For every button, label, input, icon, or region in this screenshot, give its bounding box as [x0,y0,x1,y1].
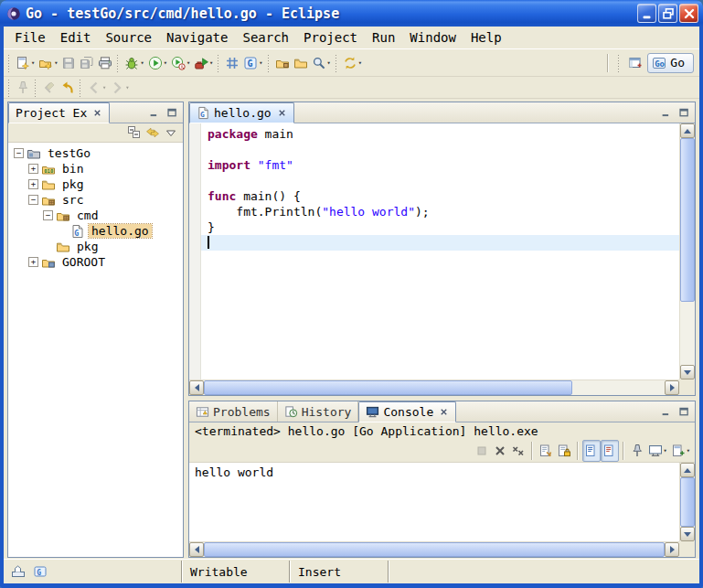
open-resource-button[interactable] [292,52,310,74]
editor-tab-close-icon[interactable] [277,108,287,118]
debug-button[interactable]: ▾ [122,52,145,74]
close-button[interactable] [679,4,698,23]
scrollbar-thumb[interactable] [204,380,572,395]
tab-close-icon[interactable] [439,407,449,417]
scroll-left-button[interactable] [189,542,204,557]
scrollbar-thumb[interactable] [680,477,695,527]
tree-item-testgo[interactable]: −testGo [8,145,183,161]
dropdown-arrow-icon[interactable]: ▾ [140,59,144,67]
expand-icon[interactable]: + [28,179,38,189]
code-editor[interactable]: package mainimport "fmt"func main() { fm… [189,123,679,380]
show-stderr-button[interactable] [601,440,619,462]
tree-item-bin[interactable]: +010bin [8,161,183,176]
dropdown-arrow-icon[interactable]: ▾ [259,59,262,67]
new-go-app-button[interactable] [223,52,241,74]
scroll-right-button[interactable] [665,380,679,395]
dropdown-arrow-icon[interactable]: ▾ [164,59,167,67]
dropdown-arrow-icon[interactable]: ▾ [31,59,35,67]
open-console-button[interactable]: ▾ [669,440,692,462]
tab-history[interactable]: History [278,401,359,422]
pin-console-button[interactable] [628,440,646,462]
scroll-right-button[interactable] [665,542,679,557]
tree-item-pkg[interactable]: +pkg [8,176,183,192]
scrollbar-thumb[interactable] [680,138,695,302]
open-perspective-button[interactable] [626,52,644,74]
run-last-button[interactable]: ▾ [169,52,192,74]
tree-item-pkg[interactable]: pkg [8,239,183,254]
menu-edit[interactable]: Edit [53,28,99,47]
collapse-icon[interactable]: − [43,210,53,220]
minimize-view-button[interactable] [146,105,164,121]
dropdown-arrow-icon[interactable]: ▾ [687,447,690,454]
synchronize-button[interactable]: ▾ [341,52,364,74]
dropdown-arrow-icon[interactable]: ▾ [327,59,331,67]
dropdown-arrow-icon[interactable]: ▾ [209,59,213,67]
menu-help[interactable]: Help [463,28,509,47]
show-stdout-button[interactable] [582,440,601,462]
code-content[interactable]: package mainimport "fmt"func main() { fm… [201,123,679,380]
display-console-button[interactable]: ▾ [646,440,669,462]
maximize-view-button[interactable] [164,105,181,121]
dropdown-arrow-icon[interactable]: ▾ [102,84,106,91]
search-button[interactable]: ▾ [310,52,333,74]
editor-horizontal-scrollbar[interactable] [189,380,679,395]
remove-launch-button[interactable] [491,440,509,462]
dropdown-arrow-icon[interactable]: ▾ [125,84,129,91]
minimize-console-button[interactable] [658,404,676,420]
minimize-button[interactable] [637,4,656,23]
maximize-editor-button[interactable] [676,105,693,121]
tree-item-cmd[interactable]: −cmd [8,208,183,223]
back-to-last-edit-button[interactable] [59,78,77,97]
open-package-button[interactable] [273,52,292,74]
link-with-editor-button[interactable] [144,123,162,142]
new-wizard-button[interactable]: ▾ [14,52,37,74]
tree-item-goroot[interactable]: +GOROOT [8,254,183,270]
tab-problems[interactable]: Problems [189,401,278,422]
new-go-element-button[interactable]: ▾ [37,52,59,74]
expand-icon[interactable]: + [28,164,38,174]
editor-tab-hello-go[interactable]: G hello.go [189,102,294,123]
restore-button[interactable] [658,4,677,23]
menu-navigate[interactable]: Navigate [159,28,235,47]
run-button[interactable]: ▾ [146,52,169,74]
dropdown-arrow-icon[interactable]: ▾ [664,447,667,454]
console-vertical-scrollbar[interactable] [679,463,695,541]
menu-project[interactable]: Project [296,28,365,47]
remove-all-terminated-button[interactable] [509,440,527,462]
go-element-button[interactable]: G▾ [241,52,264,74]
tree-item-hello-go[interactable]: Ghello.go [8,223,183,239]
dropdown-arrow-icon[interactable]: ▾ [54,59,58,67]
tab-console[interactable]: Console [358,401,456,422]
heap-button[interactable]: G [31,561,49,583]
menu-file[interactable]: File [7,28,53,47]
collapse-icon[interactable]: − [28,195,38,205]
menu-source[interactable]: Source [98,28,159,47]
explorer-tab-close-icon[interactable] [92,108,102,118]
editor-vertical-scrollbar[interactable] [679,123,695,380]
maximize-console-button[interactable] [676,404,693,420]
clear-console-button[interactable] [537,440,555,462]
collapse-icon[interactable]: − [14,148,24,158]
collapse-all-button[interactable] [125,123,144,142]
scroll-down-button[interactable] [680,527,695,541]
scroll-up-button[interactable] [680,123,695,138]
minimize-editor-button[interactable] [658,105,676,121]
title-bar[interactable]: Go - testGo/src/cmd/hello.go - Eclipse [0,0,703,27]
menu-window[interactable]: Window [402,28,463,47]
scroll-lock-button[interactable] [555,440,573,462]
tab-project-explorer[interactable]: Project Ex [8,102,110,123]
view-menu-button[interactable] [162,123,180,142]
console-horizontal-scrollbar[interactable] [189,541,679,557]
dropdown-arrow-icon[interactable]: ▾ [358,59,362,67]
scroll-up-button[interactable] [680,463,695,477]
console-output[interactable]: hello world [189,463,679,541]
scroll-down-button[interactable] [680,365,695,380]
tree-item-src[interactable]: −src [8,192,183,208]
scroll-left-button[interactable] [189,380,204,395]
dropdown-arrow-icon[interactable]: ▾ [186,59,190,67]
scrollbar-thumb[interactable] [204,542,665,557]
expand-icon[interactable]: + [28,257,38,267]
external-tools-button[interactable]: ▾ [192,52,215,74]
perspective-go-button[interactable]: Go Go [647,53,694,73]
print-button[interactable] [96,52,114,74]
